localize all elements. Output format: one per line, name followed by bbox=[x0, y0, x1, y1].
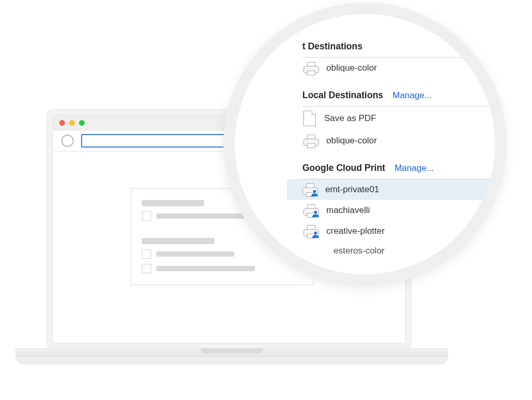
destination-label: emt-private01 bbox=[325, 184, 379, 195]
destination-label: oblique-color bbox=[326, 136, 377, 146]
cloud-destination-item[interactable]: creative-plotter bbox=[302, 221, 507, 242]
checkbox-icon[interactable] bbox=[142, 264, 151, 273]
document-icon bbox=[303, 111, 316, 126]
printer-icon bbox=[303, 135, 318, 147]
destination-label: creative-plotter bbox=[326, 226, 384, 236]
manage-cloud-link[interactable]: Manage... bbox=[394, 163, 434, 174]
cloud-destinations-heading: Google Cloud Print bbox=[302, 163, 385, 174]
checkbox-icon[interactable] bbox=[142, 211, 151, 221]
cloud-destination-item[interactable]: esteros-color bbox=[302, 242, 507, 260]
recent-destination-item[interactable]: oblique-color bbox=[302, 58, 507, 78]
cloud-destination-item[interactable]: emt-private01 bbox=[287, 179, 507, 200]
shared-printer-icon bbox=[303, 225, 318, 237]
magnifier-lens: t Destinations oblique-color Local Desti… bbox=[223, 3, 507, 286]
shared-printer-icon bbox=[302, 183, 317, 196]
svg-point-2 bbox=[314, 232, 317, 235]
destination-label: machiavelli bbox=[326, 205, 370, 216]
shared-printer-icon bbox=[303, 204, 318, 217]
destination-label: esteros-color bbox=[334, 246, 384, 256]
maximize-icon[interactable] bbox=[79, 120, 85, 126]
checkbox-icon[interactable] bbox=[142, 249, 151, 259]
printer-icon bbox=[303, 62, 318, 74]
svg-point-0 bbox=[313, 190, 316, 193]
laptop-base bbox=[16, 348, 448, 364]
local-destination-item[interactable]: oblique-color bbox=[302, 130, 507, 151]
destination-label: oblique-color bbox=[326, 63, 377, 73]
local-destinations-heading: Local Destinations bbox=[302, 90, 383, 101]
close-icon[interactable] bbox=[59, 120, 65, 126]
recent-destinations-heading: t Destinations bbox=[302, 41, 363, 52]
minimize-icon[interactable] bbox=[69, 120, 75, 126]
reload-icon[interactable] bbox=[61, 135, 74, 147]
destination-label: Save as PDF bbox=[324, 113, 376, 124]
cloud-destination-item[interactable]: machiavelli bbox=[302, 200, 507, 221]
manage-local-link[interactable]: Manage... bbox=[393, 90, 432, 101]
svg-point-1 bbox=[314, 211, 317, 214]
local-destination-item[interactable]: Save as PDF bbox=[302, 106, 507, 130]
